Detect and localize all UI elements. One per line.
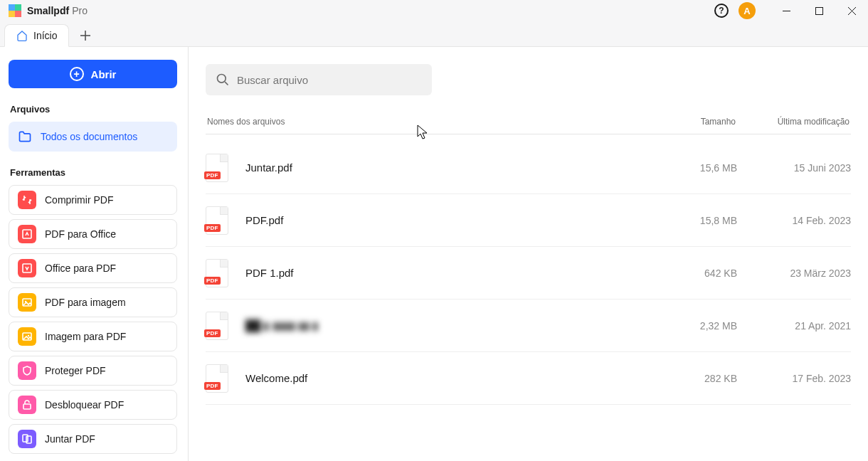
tool-label: PDF para imagem	[45, 297, 126, 308]
minimize-icon	[783, 7, 790, 15]
window-minimize-button[interactable]	[770, 0, 803, 21]
tool-item[interactable]: Desbloquear PDF	[9, 390, 177, 420]
column-size[interactable]: Tamanho	[650, 117, 736, 127]
plus-circle-icon: +	[70, 67, 84, 81]
svg-rect-6	[23, 264, 31, 272]
tool-item[interactable]: Comprimir PDF	[9, 185, 177, 215]
pdf-file-icon: PDF	[206, 312, 228, 340]
column-date[interactable]: Última modificação	[736, 117, 850, 127]
sidebar-item-label: Todos os documentos	[41, 131, 137, 142]
titlebar-left: Smallpdf Pro	[9, 4, 88, 17]
column-name[interactable]: Nomes dos arquivos	[207, 117, 650, 127]
tool-label: Imagem para PDF	[45, 331, 126, 342]
window-close-button[interactable]	[835, 0, 868, 21]
file-name: PDF 1.pdf	[245, 267, 652, 279]
tool-item[interactable]: PDF para Office	[9, 219, 177, 249]
svg-rect-0	[9, 4, 15, 11]
tab-label: Início	[33, 30, 57, 41]
search-input[interactable]	[237, 74, 422, 86]
open-button[interactable]: + Abrir	[9, 60, 177, 88]
main-content: Nomes dos arquivos Tamanho Última modifi…	[189, 47, 868, 461]
new-tab-button[interactable]	[75, 25, 96, 46]
section-files-label: Arquivos	[10, 104, 179, 115]
tool-label: Juntar PDF	[45, 433, 95, 445]
pdf-file-icon: PDF	[206, 206, 228, 235]
svg-rect-5	[23, 230, 31, 238]
search-icon	[216, 73, 230, 87]
section-tools-label: Ferramentas	[10, 167, 179, 178]
tool-label: Proteger PDF	[45, 365, 106, 376]
close-icon	[848, 7, 856, 15]
pdf-file-icon: PDF	[206, 154, 228, 182]
file-date: 14 Feb. 2023	[737, 215, 851, 226]
file-size: 282 KB	[652, 373, 737, 384]
sidebar: + Abrir Arquivos Todos os documentos Fer…	[0, 47, 189, 461]
tool-item[interactable]: PDF para imagem	[9, 287, 177, 317]
table-row[interactable]: PDFPDF 1.pdf642 KB23 März 2023	[206, 247, 851, 300]
tool-label: PDF para Office	[45, 228, 116, 240]
unlock-icon	[18, 396, 36, 414]
tool-label: Office para PDF	[45, 263, 116, 274]
from-office-icon	[18, 259, 36, 277]
file-date: 23 März 2023	[737, 267, 851, 279]
sidebar-item-all-documents[interactable]: Todos os documentos	[9, 122, 177, 152]
svg-point-14	[218, 75, 226, 83]
from-image-icon	[18, 327, 36, 346]
file-size: 15,8 MB	[652, 215, 737, 226]
table-row[interactable]: PDF██ ▮ ▮▮▮▮ ▮▮ ▮2,32 MB21 Apr. 2021	[206, 300, 851, 352]
table-row[interactable]: PDFPDF.pdf15,8 MB14 Feb. 2023	[206, 194, 851, 247]
folder-icon	[18, 129, 32, 144]
svg-rect-3	[15, 11, 21, 17]
file-size: 2,32 MB	[652, 320, 737, 332]
file-name: PDF.pdf	[245, 214, 652, 226]
shield-icon	[18, 361, 36, 380]
svg-rect-11	[23, 404, 31, 409]
open-button-label: Abrir	[91, 68, 117, 80]
tool-item[interactable]: Juntar PDF	[9, 424, 177, 454]
svg-rect-1	[15, 4, 21, 11]
tabstrip: Início	[0, 21, 868, 47]
tool-item[interactable]: Imagem para PDF	[9, 322, 177, 351]
search-box[interactable]	[206, 64, 432, 95]
svg-rect-2	[9, 11, 15, 17]
to-image-icon	[18, 293, 36, 312]
tool-label: Desbloquear PDF	[45, 399, 124, 410]
titlebar-right: ? A	[714, 0, 868, 21]
maximize-icon	[815, 7, 823, 15]
tool-label: Comprimir PDF	[45, 194, 113, 206]
tab-home[interactable]: Início	[4, 24, 69, 47]
compress-icon	[18, 191, 36, 209]
titlebar: Smallpdf Pro ? A	[0, 0, 868, 21]
file-date: 15 Juni 2023	[737, 162, 851, 174]
file-size: 642 KB	[652, 267, 737, 279]
help-icon[interactable]: ?	[714, 4, 729, 18]
tool-item[interactable]: Proteger PDF	[9, 356, 177, 386]
file-name: ██ ▮ ▮▮▮▮ ▮▮ ▮	[245, 319, 652, 332]
svg-point-10	[28, 335, 29, 337]
pdf-file-icon: PDF	[206, 364, 228, 393]
file-date: 21 Apr. 2021	[737, 320, 851, 332]
file-size: 15,6 MB	[652, 162, 737, 174]
to-office-icon	[18, 225, 36, 243]
app-name: Smallpdf	[27, 5, 69, 16]
app-logo-icon	[9, 4, 21, 17]
table-row[interactable]: PDFJuntar.pdf15,6 MB15 Juni 2023	[206, 142, 851, 194]
avatar[interactable]: A	[739, 2, 756, 19]
file-date: 17 Feb. 2023	[737, 373, 851, 384]
svg-rect-4	[815, 7, 822, 14]
home-icon	[16, 30, 28, 41]
merge-icon	[18, 430, 36, 448]
app-edition: Pro	[72, 5, 88, 16]
file-name: Juntar.pdf	[245, 161, 652, 174]
table-row[interactable]: PDFWelcome.pdf282 KB17 Feb. 2023	[206, 352, 851, 405]
window-maximize-button[interactable]	[803, 0, 835, 21]
file-name: Welcome.pdf	[245, 372, 652, 384]
pdf-file-icon: PDF	[206, 259, 228, 287]
table-header: Nomes dos arquivos Tamanho Última modifi…	[206, 117, 851, 134]
plus-icon	[80, 31, 90, 41]
tool-item[interactable]: Office para PDF	[9, 253, 177, 283]
